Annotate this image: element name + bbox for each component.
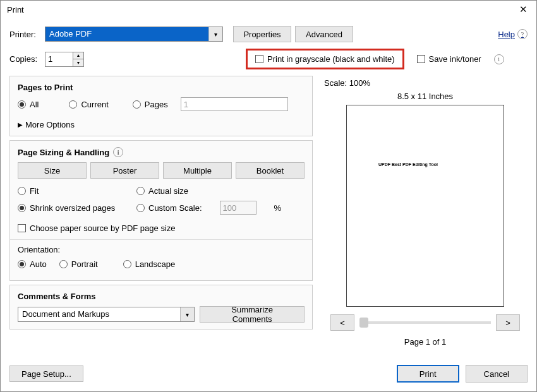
comments-panel: Comments & Forms Document and Markups ▾ … — [9, 285, 313, 330]
printer-label: Printer: — [9, 30, 41, 39]
radio-all[interactable]: All — [18, 100, 39, 109]
slider-thumb[interactable] — [359, 318, 368, 328]
radio-shrink[interactable]: Shrink oversized pages — [18, 203, 119, 213]
preview-dimensions: 8.5 x 11 Inches — [324, 92, 526, 101]
radio-portrait[interactable]: Portrait — [59, 259, 98, 269]
properties-button[interactable]: Properties — [233, 26, 291, 42]
help-link[interactable]: Help ? — [498, 29, 528, 39]
preview-sample-text: UPDF Best PDF Editing Tool — [378, 162, 438, 167]
copies-label: Copies: — [9, 54, 41, 64]
pages-panel: Pages to Print All Current Pages — [9, 76, 313, 136]
next-page-button[interactable]: > — [496, 314, 520, 331]
radio-custom-scale[interactable]: Custom Scale: — [136, 203, 202, 213]
printer-select[interactable]: Adobe PDF ▾ — [45, 27, 223, 42]
tab-size[interactable]: Size — [18, 162, 87, 179]
radio-fit[interactable]: Fit — [18, 186, 119, 196]
close-icon[interactable]: ✕ — [516, 4, 531, 15]
sizing-title: Page Sizing & Handling i — [18, 147, 123, 157]
pages-title: Pages to Print — [18, 83, 73, 92]
prev-page-button[interactable]: < — [330, 314, 354, 331]
grayscale-highlight: Print in grayscale (black and white) — [246, 49, 404, 69]
comments-select[interactable]: Document and Markups ▾ — [18, 307, 195, 322]
custom-scale-input[interactable] — [220, 201, 256, 215]
checkbox-icon — [255, 55, 263, 63]
checkbox-icon — [417, 55, 425, 63]
info-icon[interactable]: i — [113, 147, 123, 157]
copies-spinner[interactable]: ▲ ▼ — [73, 52, 84, 67]
preview-area: Scale: 100% 8.5 x 11 Inches UPDF Best PD… — [323, 76, 528, 349]
grayscale-checkbox[interactable]: Print in grayscale (black and white) — [255, 54, 395, 64]
radio-landscape[interactable]: Landscape — [123, 259, 176, 269]
print-dialog: Print ✕ Printer: Adobe PDF ▾ Properties … — [0, 0, 537, 392]
radio-pages[interactable]: Pages — [133, 100, 168, 109]
spinner-down-icon[interactable]: ▼ — [73, 59, 83, 66]
paper-source-checkbox[interactable]: Choose paper source by PDF page size — [18, 223, 176, 233]
sizing-panel: Page Sizing & Handling i Size Poster Mul… — [9, 140, 313, 281]
cancel-button[interactable]: Cancel — [466, 365, 528, 383]
titlebar: Print ✕ — [1, 1, 536, 18]
pages-range-input[interactable] — [181, 97, 288, 111]
save-ink-checkbox[interactable]: Save ink/toner — [417, 54, 481, 64]
summarize-comments-button[interactable]: Summarize Comments — [200, 306, 305, 323]
page-slider[interactable] — [359, 321, 491, 324]
checkbox-icon — [18, 224, 26, 232]
orientation-title: Orientation: — [18, 245, 305, 254]
radio-auto[interactable]: Auto — [18, 259, 47, 269]
tab-multiple[interactable]: Multiple — [163, 162, 232, 179]
page-setup-button[interactable]: Page Setup... — [9, 365, 83, 382]
window-title: Print — [7, 5, 24, 15]
preview-page: UPDF Best PDF Editing Tool — [346, 105, 504, 307]
radio-current[interactable]: Current — [69, 100, 108, 109]
comments-title: Comments & Forms — [18, 292, 96, 301]
more-options-toggle[interactable]: ▶ More Options — [18, 120, 75, 129]
triangle-right-icon: ▶ — [18, 121, 23, 128]
copies-input[interactable] — [45, 52, 73, 67]
print-button[interactable]: Print — [397, 365, 459, 383]
chevron-down-icon: ▾ — [180, 307, 194, 321]
spinner-up-icon[interactable]: ▲ — [73, 52, 83, 59]
tab-booklet[interactable]: Booklet — [236, 162, 305, 179]
advanced-button[interactable]: Advanced — [295, 26, 353, 42]
preview-scale: Scale: 100% — [324, 78, 526, 88]
tab-poster[interactable]: Poster — [90, 162, 159, 179]
chevron-down-icon: ▾ — [208, 27, 222, 41]
info-icon[interactable]: i — [494, 54, 504, 64]
page-indicator: Page 1 of 1 — [324, 337, 526, 347]
printer-selected: Adobe PDF — [45, 27, 208, 41]
help-icon: ? — [517, 29, 528, 39]
radio-actual-size[interactable]: Actual size — [136, 186, 188, 196]
